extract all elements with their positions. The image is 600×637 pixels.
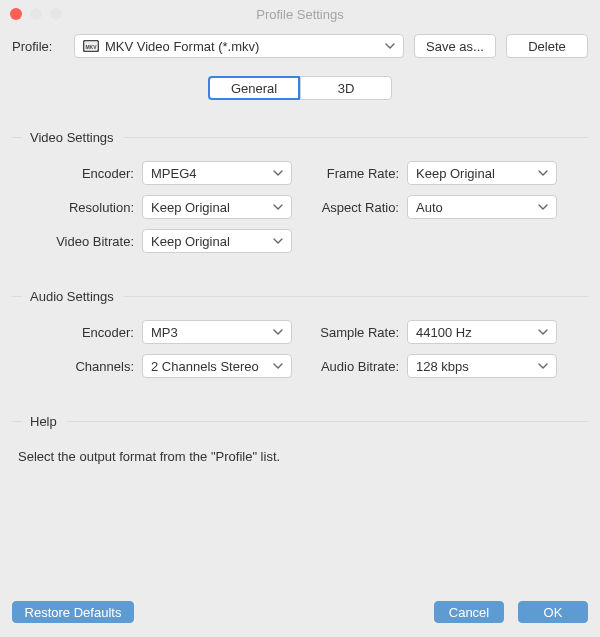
sample-rate-select[interactable]: 44100 Hz	[407, 320, 557, 344]
chevron-down-icon	[273, 329, 283, 335]
audio-settings-group: Audio Settings Encoder: MP3 Sample Rate:…	[12, 289, 588, 378]
video-bitrate-select[interactable]: Keep Original	[142, 229, 292, 253]
video-settings-group: Video Settings Encoder: MPEG4 Frame Rate…	[12, 130, 588, 253]
video-settings-title: Video Settings	[30, 130, 114, 145]
svg-text:MKV: MKV	[85, 44, 97, 50]
audio-encoder-label: Encoder:	[12, 325, 142, 340]
audio-bitrate-label: Audio Bitrate:	[309, 359, 407, 374]
aspect-ratio-select[interactable]: Auto	[407, 195, 557, 219]
resolution-value: Keep Original	[151, 200, 230, 215]
restore-defaults-label: Restore Defaults	[25, 605, 122, 620]
channels-value: 2 Channels Stereo	[151, 359, 259, 374]
chevron-down-icon	[538, 170, 548, 176]
delete-label: Delete	[528, 39, 566, 54]
chevron-down-icon	[385, 43, 395, 49]
ok-button[interactable]: OK	[518, 601, 588, 623]
aspect-ratio-label: Aspect Ratio:	[309, 200, 407, 215]
sample-rate-value: 44100 Hz	[416, 325, 472, 340]
audio-encoder-select[interactable]: MP3	[142, 320, 292, 344]
frame-rate-select[interactable]: Keep Original	[407, 161, 557, 185]
cancel-label: Cancel	[449, 605, 489, 620]
sample-rate-label: Sample Rate:	[309, 325, 407, 340]
save-as-label: Save as...	[426, 39, 484, 54]
zoom-icon	[50, 8, 62, 20]
audio-bitrate-value: 128 kbps	[416, 359, 469, 374]
save-as-button[interactable]: Save as...	[414, 34, 496, 58]
channels-select[interactable]: 2 Channels Stereo	[142, 354, 292, 378]
tab-general-label: General	[231, 81, 277, 96]
audio-settings-header: Audio Settings	[12, 289, 588, 304]
audio-bitrate-select[interactable]: 128 kbps	[407, 354, 557, 378]
chevron-down-icon	[273, 363, 283, 369]
tabs: General 3D	[12, 76, 588, 100]
resolution-select[interactable]: Keep Original	[142, 195, 292, 219]
chevron-down-icon	[273, 170, 283, 176]
channels-label: Channels:	[12, 359, 142, 374]
tab-3d[interactable]: 3D	[300, 76, 392, 100]
profile-select[interactable]: MKV MKV Video Format (*.mkv)	[74, 34, 404, 58]
tab-general[interactable]: General	[208, 76, 300, 100]
video-encoder-label: Encoder:	[12, 166, 142, 181]
profile-label: Profile:	[12, 39, 64, 54]
ok-label: OK	[544, 605, 563, 620]
aspect-ratio-value: Auto	[416, 200, 443, 215]
video-encoder-value: MPEG4	[151, 166, 197, 181]
help-group: Help Select the output format from the "…	[12, 414, 588, 464]
audio-encoder-value: MP3	[151, 325, 178, 340]
tab-3d-label: 3D	[338, 81, 355, 96]
delete-button[interactable]: Delete	[506, 34, 588, 58]
window-title: Profile Settings	[0, 7, 600, 22]
video-encoder-select[interactable]: MPEG4	[142, 161, 292, 185]
help-text: Select the output format from the "Profi…	[12, 445, 588, 464]
titlebar: Profile Settings	[0, 0, 600, 28]
mkv-format-icon: MKV	[83, 39, 99, 53]
video-bitrate-value: Keep Original	[151, 234, 230, 249]
frame-rate-value: Keep Original	[416, 166, 495, 181]
chevron-down-icon	[538, 329, 548, 335]
audio-settings-title: Audio Settings	[30, 289, 114, 304]
cancel-button[interactable]: Cancel	[434, 601, 504, 623]
chevron-down-icon	[273, 238, 283, 244]
profile-row: Profile: MKV MKV Video Format (*.mkv) Sa…	[12, 34, 588, 58]
help-title: Help	[30, 414, 57, 429]
footer: Restore Defaults Cancel OK	[0, 591, 600, 637]
profile-select-value: MKV Video Format (*.mkv)	[105, 39, 379, 54]
frame-rate-label: Frame Rate:	[309, 166, 407, 181]
window-controls	[10, 8, 62, 20]
resolution-label: Resolution:	[12, 200, 142, 215]
help-header: Help	[12, 414, 588, 429]
video-settings-header: Video Settings	[12, 130, 588, 145]
chevron-down-icon	[538, 363, 548, 369]
video-bitrate-label: Video Bitrate:	[12, 234, 142, 249]
restore-defaults-button[interactable]: Restore Defaults	[12, 601, 134, 623]
chevron-down-icon	[273, 204, 283, 210]
close-icon[interactable]	[10, 8, 22, 20]
minimize-icon	[30, 8, 42, 20]
chevron-down-icon	[538, 204, 548, 210]
